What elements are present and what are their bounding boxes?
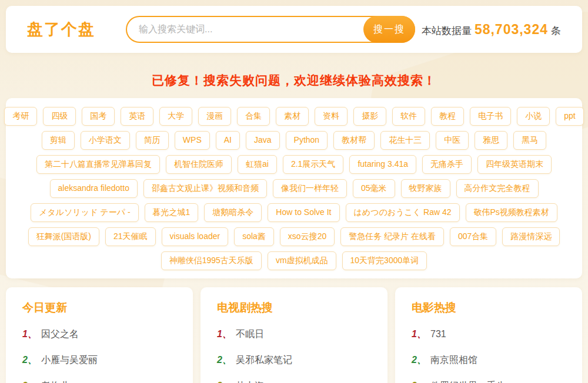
- hot-panels: 今日更新1、因父之名2、小雁与吴爱丽3、老炮儿4、僵尸先生电视剧热搜1、不眠日2…: [6, 287, 582, 383]
- tag[interactable]: 国考: [82, 107, 115, 126]
- tag[interactable]: 素材: [276, 107, 309, 126]
- tag[interactable]: 05毫米: [353, 179, 395, 198]
- tag[interactable]: xso云搜20: [280, 227, 335, 246]
- list-item[interactable]: 2、小雁与吴爱丽: [22, 354, 176, 367]
- tag[interactable]: 剪辑: [42, 131, 75, 150]
- tag[interactable]: 黑马: [513, 131, 546, 150]
- item-label: 赴山海: [236, 380, 264, 383]
- tag[interactable]: 路漫情深远: [502, 227, 560, 246]
- tag-cloud: 考研四级国考英语大学漫画合集素材资料摄影软件教程电子书小说ppt剪辑小学语文简历…: [16, 107, 572, 270]
- tag[interactable]: 像我们一样年轻: [273, 179, 347, 198]
- hot-panel: 电视剧热搜1、不眠日2、吴邪私家笔记3、赴山海4、欢乐家长群2: [201, 287, 387, 383]
- tag[interactable]: ppt: [556, 107, 583, 126]
- search-button[interactable]: 搜一搜: [363, 16, 415, 43]
- tag[interactable]: aleksandra filedotto: [50, 179, 138, 198]
- item-label: 南京照相馆: [430, 354, 477, 367]
- tag[interactable]: 大学: [159, 107, 192, 126]
- rank-number: 2、: [412, 354, 430, 367]
- tag-row: 狂舞派(国语版)21天催眠visuals loadersola酱xso云搜20警…: [16, 227, 572, 246]
- tag[interactable]: メタルソリッド テーパ -: [31, 203, 138, 222]
- item-label: 不眠日: [236, 328, 264, 341]
- tag[interactable]: 007合集: [450, 227, 496, 246]
- tag[interactable]: 虹猫ai: [238, 155, 277, 174]
- stats-suffix: 条: [551, 24, 561, 38]
- rank-number: 2、: [22, 354, 41, 367]
- tag[interactable]: futaring 3.41a: [349, 155, 416, 174]
- rank-number: 1、: [22, 328, 41, 341]
- tag[interactable]: WPS: [175, 131, 210, 150]
- tag[interactable]: Python: [286, 131, 328, 150]
- tag[interactable]: 中医: [436, 131, 469, 150]
- list-item[interactable]: 3、老炮儿: [22, 380, 176, 383]
- tag[interactable]: 邵鑫古文观止课》视频和音频: [143, 179, 267, 198]
- list-item[interactable]: 2、吴邪私家笔记: [217, 354, 371, 367]
- list-item[interactable]: 3、侏罗纪世界：重生: [412, 380, 566, 383]
- list-item[interactable]: 3、赴山海: [217, 380, 371, 383]
- tag[interactable]: 牧野家族: [401, 179, 450, 198]
- tag[interactable]: 摄影: [353, 107, 386, 126]
- list-item[interactable]: 2、南京照相馆: [412, 354, 566, 367]
- tag[interactable]: 教材帮: [333, 131, 375, 150]
- tag[interactable]: 神雕侠侣1995古天乐版: [161, 251, 262, 270]
- site-logo[interactable]: 盘了个盘: [27, 19, 95, 40]
- tag[interactable]: 花生十三: [380, 131, 430, 150]
- tag[interactable]: はめつのおうこく Raw 42: [346, 203, 460, 222]
- rank-number: 3、: [412, 380, 430, 383]
- tag[interactable]: 狂舞派(国语版): [28, 227, 99, 246]
- tag[interactable]: 无痛杀手: [422, 155, 472, 174]
- tag[interactable]: 高分作文完全教程: [456, 179, 539, 198]
- tag-row: 神雕侠侣1995古天乐版vm虚拟机成品10天背完3000单词: [16, 251, 572, 270]
- search-bar: 搜一搜: [126, 16, 415, 43]
- tag[interactable]: How to Solve It: [268, 203, 339, 222]
- tag[interactable]: 机智住院医师: [166, 155, 232, 174]
- tag-row: aleksandra filedotto邵鑫古文观止课》视频和音频像我们一样年轻…: [16, 179, 572, 198]
- tag[interactable]: 2.1展示天气: [283, 155, 343, 174]
- tag[interactable]: 21天催眠: [105, 227, 156, 246]
- tag[interactable]: 敬伟Ps视频教程素材: [466, 203, 557, 222]
- tag[interactable]: sola酱: [234, 227, 274, 246]
- hot-panel: 电影热搜1、7312、南京照相馆3、侏罗纪世界：重生4、捕风追影: [395, 287, 582, 383]
- rank-number: 3、: [22, 380, 41, 383]
- tag[interactable]: 合集: [237, 107, 270, 126]
- tag[interactable]: 四年级英语期末: [477, 155, 552, 174]
- rank-number: 1、: [217, 328, 236, 341]
- list-item[interactable]: 1、因父之名: [22, 328, 176, 341]
- tag[interactable]: 10天背完3000单词: [342, 251, 427, 270]
- item-label: 因父之名: [41, 328, 79, 341]
- list-item[interactable]: 1、731: [412, 328, 566, 341]
- tag[interactable]: 漫画: [198, 107, 231, 126]
- item-label: 小雁与吴爱丽: [41, 354, 98, 367]
- tag[interactable]: 教程: [431, 107, 464, 126]
- header: 盘了个盘 搜一搜 本站数据量 58,703,324 条: [6, 6, 582, 53]
- tag[interactable]: AI: [216, 131, 240, 150]
- panel-title: 电视剧热搜: [217, 300, 371, 315]
- rank-number: 3、: [217, 380, 236, 383]
- tag[interactable]: Java: [246, 131, 280, 150]
- tag-row: 第二十八篇直播常见弹幕回复机智住院医师虹猫ai2.1展示天气futaring 3…: [16, 155, 572, 174]
- tag[interactable]: 警急任务 纪录片 在线看: [340, 227, 444, 246]
- tag[interactable]: 雅思: [475, 131, 507, 150]
- tag[interactable]: vm虚拟机成品: [268, 251, 336, 270]
- list-item[interactable]: 1、不眠日: [217, 328, 371, 341]
- tag[interactable]: 电子书: [470, 107, 511, 126]
- tag[interactable]: 第二十八篇直播常见弹幕回复: [36, 155, 160, 174]
- tag[interactable]: 暮光之城1: [145, 203, 199, 222]
- tag[interactable]: 考研: [4, 107, 37, 126]
- tag[interactable]: 四级: [43, 107, 76, 126]
- tag-row: 考研四级国考英语大学漫画合集素材资料摄影软件教程电子书小说ppt: [16, 107, 572, 126]
- stats-prefix: 本站数据量: [422, 24, 472, 38]
- tag-row: 剪辑小学语文简历WPSAIJavaPython教材帮花生十三中医雅思黑马: [16, 131, 572, 150]
- tag[interactable]: 塘鹅暗杀令: [204, 203, 262, 222]
- tag[interactable]: 英语: [121, 107, 153, 126]
- page: 盘了个盘 搜一搜 本站数据量 58,703,324 条 已修复！搜索失败问题，欢…: [0, 0, 588, 383]
- tag[interactable]: visuals loader: [162, 227, 229, 246]
- site-stats: 本站数据量 58,703,324 条: [422, 22, 561, 38]
- item-label: 侏罗纪世界：重生: [430, 380, 506, 383]
- tag[interactable]: 软件: [392, 107, 425, 126]
- tag[interactable]: 小说: [517, 107, 550, 126]
- rank-number: 2、: [217, 354, 236, 367]
- tag[interactable]: 资料: [315, 107, 348, 126]
- item-label: 731: [430, 329, 446, 340]
- tag[interactable]: 简历: [136, 131, 169, 150]
- tag[interactable]: 小学语文: [81, 131, 130, 150]
